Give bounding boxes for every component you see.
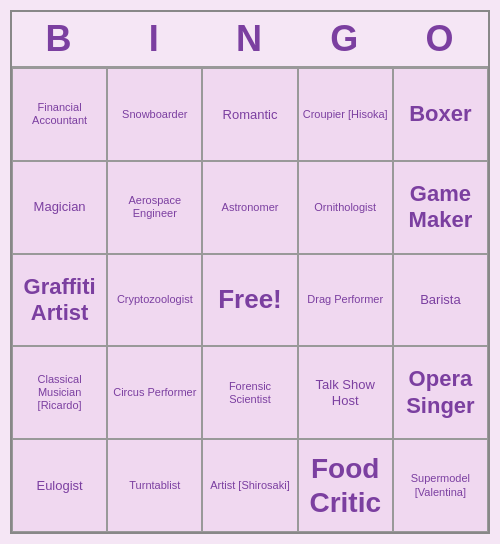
cell-text-23: Food Critic <box>303 452 388 519</box>
bingo-grid: Financial AccountantSnowboarderRomanticC… <box>12 66 488 532</box>
bingo-cell-1[interactable]: Snowboarder <box>107 68 202 161</box>
bingo-cell-19[interactable]: Opera Singer <box>393 346 488 439</box>
bingo-cell-11[interactable]: Cryptozoologist <box>107 254 202 347</box>
cell-text-3: Croupier [Hisoka] <box>303 108 388 121</box>
bingo-cell-10[interactable]: Graffiti Artist <box>12 254 107 347</box>
cell-text-11: Cryptozoologist <box>117 293 193 306</box>
cell-text-7: Astronomer <box>222 201 279 214</box>
cell-text-20: Eulogist <box>36 478 82 494</box>
bingo-cell-18[interactable]: Talk Show Host <box>298 346 393 439</box>
header-g: G <box>298 12 393 66</box>
cell-text-17: Forensic Scientist <box>207 380 292 406</box>
cell-text-14: Barista <box>420 292 460 308</box>
bingo-cell-13[interactable]: Drag Performer <box>298 254 393 347</box>
cell-text-8: Ornithologist <box>314 201 376 214</box>
cell-text-5: Magician <box>34 199 86 215</box>
header-i: I <box>107 12 202 66</box>
bingo-cell-4[interactable]: Boxer <box>393 68 488 161</box>
cell-text-1: Snowboarder <box>122 108 187 121</box>
bingo-cell-22[interactable]: Artist [Shirosaki] <box>202 439 297 532</box>
bingo-cell-15[interactable]: Classical Musician [Ricardo] <box>12 346 107 439</box>
bingo-cell-14[interactable]: Barista <box>393 254 488 347</box>
cell-text-21: Turntablist <box>129 479 180 492</box>
header-n: N <box>202 12 297 66</box>
bingo-cell-12[interactable]: Free! <box>202 254 297 347</box>
bingo-cell-20[interactable]: Eulogist <box>12 439 107 532</box>
cell-text-24: Supermodel [Valentina] <box>398 472 483 498</box>
bingo-cell-8[interactable]: Ornithologist <box>298 161 393 254</box>
cell-text-10: Graffiti Artist <box>17 274 102 327</box>
bingo-header: B I N G O <box>12 12 488 66</box>
cell-text-4: Boxer <box>409 101 471 127</box>
bingo-cell-17[interactable]: Forensic Scientist <box>202 346 297 439</box>
bingo-cell-16[interactable]: Circus Performer <box>107 346 202 439</box>
cell-text-16: Circus Performer <box>113 386 196 399</box>
bingo-card: B I N G O Financial AccountantSnowboarde… <box>10 10 490 534</box>
cell-text-2: Romantic <box>223 107 278 123</box>
bingo-cell-23[interactable]: Food Critic <box>298 439 393 532</box>
bingo-cell-5[interactable]: Magician <box>12 161 107 254</box>
bingo-cell-6[interactable]: Aerospace Engineer <box>107 161 202 254</box>
bingo-cell-21[interactable]: Turntablist <box>107 439 202 532</box>
bingo-cell-9[interactable]: Game Maker <box>393 161 488 254</box>
bingo-cell-0[interactable]: Financial Accountant <box>12 68 107 161</box>
cell-text-22: Artist [Shirosaki] <box>210 479 289 492</box>
cell-text-9: Game Maker <box>398 181 483 234</box>
cell-text-18: Talk Show Host <box>303 377 388 408</box>
header-b: B <box>12 12 107 66</box>
header-o: O <box>393 12 488 66</box>
bingo-cell-3[interactable]: Croupier [Hisoka] <box>298 68 393 161</box>
cell-text-13: Drag Performer <box>307 293 383 306</box>
cell-text-15: Classical Musician [Ricardo] <box>17 373 102 413</box>
cell-text-19: Opera Singer <box>398 366 483 419</box>
cell-text-12: Free! <box>218 284 282 315</box>
bingo-cell-7[interactable]: Astronomer <box>202 161 297 254</box>
bingo-cell-2[interactable]: Romantic <box>202 68 297 161</box>
cell-text-6: Aerospace Engineer <box>112 194 197 220</box>
cell-text-0: Financial Accountant <box>17 101 102 127</box>
bingo-cell-24[interactable]: Supermodel [Valentina] <box>393 439 488 532</box>
